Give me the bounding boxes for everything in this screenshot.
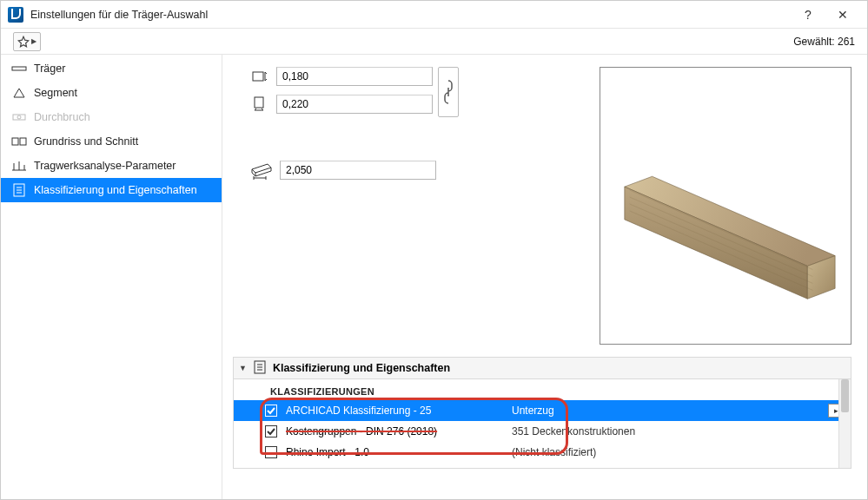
section-title: Klassifizierung und Eigenschaften bbox=[273, 362, 450, 374]
sidebar-item-klassifizierung[interactable]: Klassifizierung und Eigenschaften bbox=[1, 178, 222, 202]
link-icon bbox=[443, 79, 454, 105]
toolbar: ▶ Gewählt: 261 bbox=[1, 29, 867, 55]
classification-row-archicad[interactable]: ARCHICAD Klassifizierung - 25 Unterzug ▸ bbox=[234, 400, 851, 421]
sidebar-item-label: Tragwerksanalyse-Parameter bbox=[34, 160, 176, 172]
titlebar: Einstellungen für die Träger-Auswahl ? ✕ bbox=[1, 1, 867, 29]
scrollbar-thumb[interactable] bbox=[841, 379, 849, 412]
segment-icon bbox=[11, 86, 27, 100]
height-icon bbox=[248, 95, 271, 114]
doc-icon bbox=[254, 360, 266, 377]
hole-icon bbox=[11, 110, 27, 124]
dim-length-row bbox=[248, 161, 459, 180]
beam-preview-graphic bbox=[600, 68, 851, 344]
row-value: 351 Deckenkonstruktionen bbox=[512, 425, 635, 438]
close-button[interactable]: ✕ bbox=[825, 3, 860, 27]
svg-point-2 bbox=[17, 115, 21, 119]
height-input[interactable] bbox=[276, 95, 433, 114]
width-icon bbox=[248, 67, 271, 86]
collapse-triangle-icon: ▼ bbox=[239, 364, 247, 372]
row-value: (Nicht klassifiziert) bbox=[512, 446, 596, 458]
link-dimensions-button[interactable] bbox=[438, 67, 459, 117]
width-input[interactable] bbox=[276, 67, 433, 86]
window-title: Einstellungen für die Träger-Auswahl bbox=[30, 9, 791, 21]
row-name: Rhino Import - 1.0 bbox=[286, 446, 503, 458]
sidebar-item-traeger[interactable]: Träger bbox=[1, 56, 222, 81]
length-input[interactable] bbox=[280, 161, 436, 180]
classification-panel: KLASSIFIZIERUNGEN ARCHICAD Klassifizieru… bbox=[233, 379, 851, 469]
sidebar-item-label: Klassifizierung und Eigenschaften bbox=[34, 184, 197, 196]
favorites-button[interactable]: ▶ bbox=[13, 32, 41, 51]
sidebar-item-durchbruch: Durchbruch bbox=[1, 105, 222, 129]
sidebar: Träger Segment Durchbruch Grundriss und … bbox=[1, 55, 222, 499]
structural-icon bbox=[11, 159, 27, 173]
panel-scrollbar[interactable] bbox=[838, 379, 851, 468]
classification-row-rhino[interactable]: Rhino Import - 1.0 (Nicht klassifiziert) bbox=[234, 442, 851, 463]
svg-rect-4 bbox=[20, 138, 26, 145]
plan-section-icon bbox=[11, 135, 27, 148]
sidebar-item-label: Durchbruch bbox=[34, 111, 90, 123]
chevron-right-icon: ▶ bbox=[31, 37, 36, 45]
sidebar-item-segment[interactable]: Segment bbox=[1, 81, 222, 105]
app-icon bbox=[8, 7, 23, 23]
selected-count: Gewählt: 261 bbox=[793, 36, 855, 48]
dim-height-row bbox=[248, 95, 433, 114]
star-icon bbox=[17, 36, 30, 48]
sidebar-item-grundriss[interactable]: Grundriss und Schnitt bbox=[1, 129, 222, 154]
help-button[interactable]: ? bbox=[791, 3, 825, 27]
sidebar-item-label: Segment bbox=[34, 87, 77, 99]
svg-rect-6 bbox=[253, 72, 263, 81]
dialog-window: Einstellungen für die Träger-Auswahl ? ✕… bbox=[0, 0, 868, 500]
sidebar-item-tragwerk[interactable]: Tragwerksanalyse-Parameter bbox=[1, 154, 222, 178]
svg-rect-0 bbox=[12, 67, 26, 70]
dim-width-row bbox=[248, 67, 433, 86]
beam-icon bbox=[11, 62, 27, 76]
main-panel: ▼ Klassifizierung und Eigenschaften KLAS… bbox=[222, 55, 867, 499]
sidebar-item-label: Grundriss und Schnitt bbox=[34, 135, 138, 148]
sidebar-item-label: Träger bbox=[34, 62, 65, 75]
svg-rect-7 bbox=[255, 97, 263, 108]
svg-rect-3 bbox=[12, 138, 18, 145]
preview-3d[interactable] bbox=[600, 67, 851, 345]
checkbox[interactable] bbox=[265, 425, 277, 438]
properties-icon bbox=[11, 183, 27, 197]
section-header[interactable]: ▼ Klassifizierung und Eigenschaften bbox=[233, 357, 851, 379]
checkbox[interactable] bbox=[265, 446, 277, 458]
row-name: Kostengruppen - DIN 276 (2018) bbox=[286, 425, 503, 438]
row-name: ARCHICAD Klassifizierung - 25 bbox=[286, 405, 503, 417]
row-value: Unterzug bbox=[512, 405, 554, 417]
length-icon bbox=[248, 161, 275, 180]
classification-row-din276[interactable]: Kostengruppen - DIN 276 (2018) 351 Decke… bbox=[234, 421, 851, 442]
group-header: KLASSIFIZIERUNGEN bbox=[234, 383, 851, 400]
dimensions-group bbox=[248, 67, 459, 345]
checkbox[interactable] bbox=[265, 405, 277, 417]
